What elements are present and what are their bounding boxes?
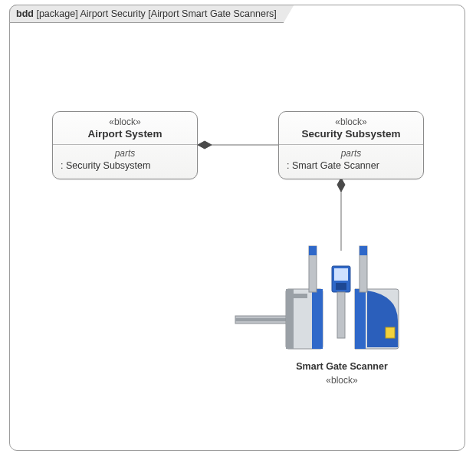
- svg-rect-5: [235, 318, 289, 321]
- smart-gate-scanner-image: [235, 246, 399, 349]
- block-parts-compartment: parts : Security Subsystem: [53, 145, 197, 179]
- block-stereotype: «block»: [57, 117, 192, 127]
- frame-kind-bracket: [package]: [36, 8, 77, 19]
- compartment-label: parts: [61, 148, 189, 159]
- svg-rect-17: [336, 283, 346, 290]
- svg-rect-15: [332, 266, 350, 292]
- block-smart-gate-scanner[interactable]: Smart Gate Scanner «block»: [261, 358, 422, 386]
- svg-rect-11: [309, 246, 317, 255]
- svg-rect-8: [312, 289, 323, 349]
- svg-rect-16: [334, 268, 348, 281]
- block-header: «block» Security Subsystem: [279, 112, 423, 145]
- block-title: Airport System: [57, 128, 192, 140]
- block-parts-compartment: parts : Smart Gate Scanner: [279, 145, 423, 179]
- block-part: : Security Subsystem: [61, 160, 189, 171]
- frame-header-tab: bdd [package] Airport Security [Airport …: [9, 5, 294, 23]
- svg-rect-12: [386, 327, 395, 338]
- svg-marker-3: [337, 178, 345, 192]
- right-gate: [355, 246, 399, 349]
- block-header: «block» Airport System: [53, 112, 197, 145]
- left-gate: [286, 246, 323, 349]
- svg-rect-18: [337, 292, 345, 338]
- block-title: Security Subsystem: [284, 128, 419, 140]
- kiosk: [332, 266, 350, 338]
- svg-rect-7: [286, 289, 294, 349]
- frame-package: Airport Security: [80, 8, 145, 19]
- svg-rect-4: [235, 316, 289, 324]
- block-security-subsystem[interactable]: «block» Security Subsystem parts : Smart…: [278, 111, 424, 179]
- block-title: Smart Gate Scanner: [261, 361, 422, 372]
- frame-diagram-name: [Airport Smart Gate Scanners]: [148, 8, 276, 19]
- block-airport-system[interactable]: «block» Airport System parts : Security …: [52, 111, 198, 179]
- bdd-frame: bdd [package] Airport Security [Airport …: [9, 5, 465, 451]
- svg-marker-1: [198, 141, 212, 149]
- block-stereotype: «block»: [261, 375, 422, 386]
- block-part: : Smart Gate Scanner: [287, 160, 415, 171]
- svg-rect-6: [286, 289, 323, 349]
- svg-rect-14: [359, 246, 367, 255]
- svg-rect-10: [309, 246, 317, 292]
- svg-rect-13: [359, 246, 367, 292]
- svg-rect-9: [289, 294, 307, 298]
- frame-kind: bdd: [16, 8, 34, 19]
- block-stereotype: «block»: [284, 117, 419, 127]
- compartment-label: parts: [287, 148, 415, 159]
